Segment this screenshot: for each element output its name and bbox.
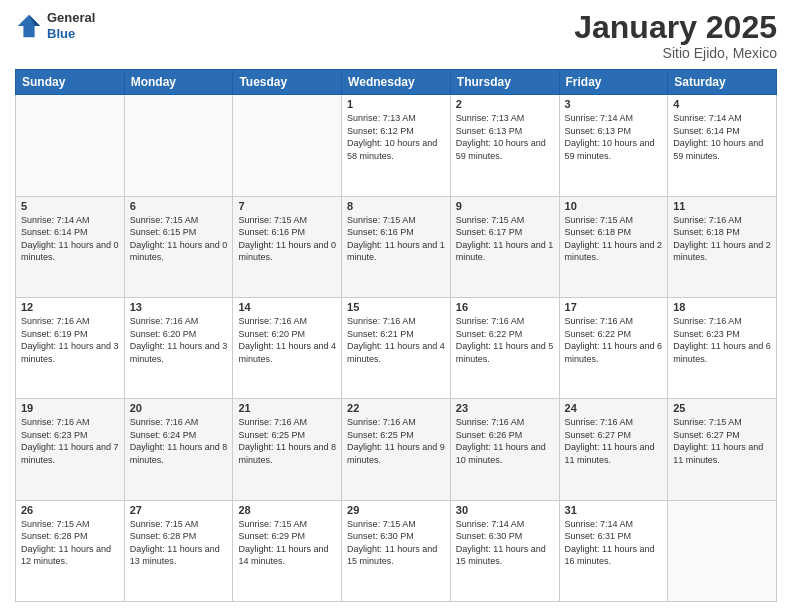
day-info: Sunrise: 7:16 AM Sunset: 6:22 PM Dayligh… bbox=[456, 315, 554, 365]
day-number: 10 bbox=[565, 200, 663, 212]
day-info: Sunrise: 7:14 AM Sunset: 6:14 PM Dayligh… bbox=[673, 112, 771, 162]
col-wednesday: Wednesday bbox=[342, 70, 451, 95]
day-number: 21 bbox=[238, 402, 336, 414]
col-monday: Monday bbox=[124, 70, 233, 95]
day-number: 25 bbox=[673, 402, 771, 414]
day-number: 26 bbox=[21, 504, 119, 516]
logo-blue-label: Blue bbox=[47, 26, 95, 42]
calendar-week-4: 26Sunrise: 7:15 AM Sunset: 6:28 PM Dayli… bbox=[16, 500, 777, 601]
day-number: 20 bbox=[130, 402, 228, 414]
calendar-cell: 3Sunrise: 7:14 AM Sunset: 6:13 PM Daylig… bbox=[559, 95, 668, 196]
calendar-cell: 2Sunrise: 7:13 AM Sunset: 6:13 PM Daylig… bbox=[450, 95, 559, 196]
calendar-cell: 20Sunrise: 7:16 AM Sunset: 6:24 PM Dayli… bbox=[124, 399, 233, 500]
day-number: 9 bbox=[456, 200, 554, 212]
logo-general-label: General bbox=[47, 10, 95, 26]
calendar-cell bbox=[233, 95, 342, 196]
calendar-cell: 5Sunrise: 7:14 AM Sunset: 6:14 PM Daylig… bbox=[16, 196, 125, 297]
col-sunday: Sunday bbox=[16, 70, 125, 95]
day-info: Sunrise: 7:15 AM Sunset: 6:15 PM Dayligh… bbox=[130, 214, 228, 264]
day-number: 16 bbox=[456, 301, 554, 313]
day-info: Sunrise: 7:16 AM Sunset: 6:20 PM Dayligh… bbox=[130, 315, 228, 365]
calendar-cell: 14Sunrise: 7:16 AM Sunset: 6:20 PM Dayli… bbox=[233, 297, 342, 398]
calendar-cell bbox=[124, 95, 233, 196]
day-info: Sunrise: 7:16 AM Sunset: 6:23 PM Dayligh… bbox=[21, 416, 119, 466]
day-number: 6 bbox=[130, 200, 228, 212]
logo-icon bbox=[15, 12, 43, 40]
day-number: 23 bbox=[456, 402, 554, 414]
day-number: 31 bbox=[565, 504, 663, 516]
calendar-cell bbox=[668, 500, 777, 601]
day-number: 13 bbox=[130, 301, 228, 313]
day-number: 19 bbox=[21, 402, 119, 414]
day-info: Sunrise: 7:16 AM Sunset: 6:24 PM Dayligh… bbox=[130, 416, 228, 466]
page: General Blue January 2025 Sitio Ejido, M… bbox=[0, 0, 792, 612]
calendar-week-2: 12Sunrise: 7:16 AM Sunset: 6:19 PM Dayli… bbox=[16, 297, 777, 398]
calendar-cell: 10Sunrise: 7:15 AM Sunset: 6:18 PM Dayli… bbox=[559, 196, 668, 297]
day-number: 30 bbox=[456, 504, 554, 516]
day-info: Sunrise: 7:16 AM Sunset: 6:23 PM Dayligh… bbox=[673, 315, 771, 365]
calendar-cell: 19Sunrise: 7:16 AM Sunset: 6:23 PM Dayli… bbox=[16, 399, 125, 500]
day-number: 8 bbox=[347, 200, 445, 212]
calendar-cell: 13Sunrise: 7:16 AM Sunset: 6:20 PM Dayli… bbox=[124, 297, 233, 398]
col-thursday: Thursday bbox=[450, 70, 559, 95]
calendar-cell: 6Sunrise: 7:15 AM Sunset: 6:15 PM Daylig… bbox=[124, 196, 233, 297]
day-info: Sunrise: 7:16 AM Sunset: 6:21 PM Dayligh… bbox=[347, 315, 445, 365]
col-friday: Friday bbox=[559, 70, 668, 95]
calendar-cell: 29Sunrise: 7:15 AM Sunset: 6:30 PM Dayli… bbox=[342, 500, 451, 601]
calendar-cell bbox=[16, 95, 125, 196]
calendar-cell: 12Sunrise: 7:16 AM Sunset: 6:19 PM Dayli… bbox=[16, 297, 125, 398]
calendar-cell: 7Sunrise: 7:15 AM Sunset: 6:16 PM Daylig… bbox=[233, 196, 342, 297]
day-number: 14 bbox=[238, 301, 336, 313]
day-info: Sunrise: 7:16 AM Sunset: 6:18 PM Dayligh… bbox=[673, 214, 771, 264]
title-block: January 2025 Sitio Ejido, Mexico bbox=[574, 10, 777, 61]
calendar-header-row: Sunday Monday Tuesday Wednesday Thursday… bbox=[16, 70, 777, 95]
day-number: 11 bbox=[673, 200, 771, 212]
day-info: Sunrise: 7:16 AM Sunset: 6:26 PM Dayligh… bbox=[456, 416, 554, 466]
subtitle: Sitio Ejido, Mexico bbox=[574, 45, 777, 61]
day-info: Sunrise: 7:13 AM Sunset: 6:12 PM Dayligh… bbox=[347, 112, 445, 162]
month-title: January 2025 bbox=[574, 10, 777, 45]
calendar-week-1: 5Sunrise: 7:14 AM Sunset: 6:14 PM Daylig… bbox=[16, 196, 777, 297]
day-info: Sunrise: 7:16 AM Sunset: 6:22 PM Dayligh… bbox=[565, 315, 663, 365]
logo: General Blue bbox=[15, 10, 95, 41]
calendar-cell: 26Sunrise: 7:15 AM Sunset: 6:28 PM Dayli… bbox=[16, 500, 125, 601]
day-info: Sunrise: 7:16 AM Sunset: 6:25 PM Dayligh… bbox=[347, 416, 445, 466]
day-info: Sunrise: 7:15 AM Sunset: 6:18 PM Dayligh… bbox=[565, 214, 663, 264]
calendar-week-3: 19Sunrise: 7:16 AM Sunset: 6:23 PM Dayli… bbox=[16, 399, 777, 500]
calendar-cell: 16Sunrise: 7:16 AM Sunset: 6:22 PM Dayli… bbox=[450, 297, 559, 398]
day-info: Sunrise: 7:15 AM Sunset: 6:29 PM Dayligh… bbox=[238, 518, 336, 568]
day-number: 12 bbox=[21, 301, 119, 313]
day-info: Sunrise: 7:14 AM Sunset: 6:13 PM Dayligh… bbox=[565, 112, 663, 162]
day-number: 24 bbox=[565, 402, 663, 414]
day-number: 22 bbox=[347, 402, 445, 414]
day-info: Sunrise: 7:14 AM Sunset: 6:30 PM Dayligh… bbox=[456, 518, 554, 568]
logo-text: General Blue bbox=[47, 10, 95, 41]
day-number: 27 bbox=[130, 504, 228, 516]
day-info: Sunrise: 7:16 AM Sunset: 6:25 PM Dayligh… bbox=[238, 416, 336, 466]
day-number: 18 bbox=[673, 301, 771, 313]
calendar-cell: 21Sunrise: 7:16 AM Sunset: 6:25 PM Dayli… bbox=[233, 399, 342, 500]
calendar-cell: 9Sunrise: 7:15 AM Sunset: 6:17 PM Daylig… bbox=[450, 196, 559, 297]
col-tuesday: Tuesday bbox=[233, 70, 342, 95]
calendar-cell: 24Sunrise: 7:16 AM Sunset: 6:27 PM Dayli… bbox=[559, 399, 668, 500]
day-info: Sunrise: 7:14 AM Sunset: 6:31 PM Dayligh… bbox=[565, 518, 663, 568]
calendar-cell: 1Sunrise: 7:13 AM Sunset: 6:12 PM Daylig… bbox=[342, 95, 451, 196]
calendar-cell: 4Sunrise: 7:14 AM Sunset: 6:14 PM Daylig… bbox=[668, 95, 777, 196]
day-number: 17 bbox=[565, 301, 663, 313]
day-number: 3 bbox=[565, 98, 663, 110]
calendar-cell: 11Sunrise: 7:16 AM Sunset: 6:18 PM Dayli… bbox=[668, 196, 777, 297]
day-info: Sunrise: 7:13 AM Sunset: 6:13 PM Dayligh… bbox=[456, 112, 554, 162]
day-info: Sunrise: 7:15 AM Sunset: 6:27 PM Dayligh… bbox=[673, 416, 771, 466]
calendar-cell: 27Sunrise: 7:15 AM Sunset: 6:28 PM Dayli… bbox=[124, 500, 233, 601]
day-info: Sunrise: 7:14 AM Sunset: 6:14 PM Dayligh… bbox=[21, 214, 119, 264]
day-number: 15 bbox=[347, 301, 445, 313]
calendar-cell: 30Sunrise: 7:14 AM Sunset: 6:30 PM Dayli… bbox=[450, 500, 559, 601]
calendar-cell: 17Sunrise: 7:16 AM Sunset: 6:22 PM Dayli… bbox=[559, 297, 668, 398]
day-number: 29 bbox=[347, 504, 445, 516]
day-info: Sunrise: 7:16 AM Sunset: 6:20 PM Dayligh… bbox=[238, 315, 336, 365]
calendar-cell: 28Sunrise: 7:15 AM Sunset: 6:29 PM Dayli… bbox=[233, 500, 342, 601]
day-number: 28 bbox=[238, 504, 336, 516]
day-number: 7 bbox=[238, 200, 336, 212]
day-info: Sunrise: 7:16 AM Sunset: 6:19 PM Dayligh… bbox=[21, 315, 119, 365]
calendar-cell: 25Sunrise: 7:15 AM Sunset: 6:27 PM Dayli… bbox=[668, 399, 777, 500]
